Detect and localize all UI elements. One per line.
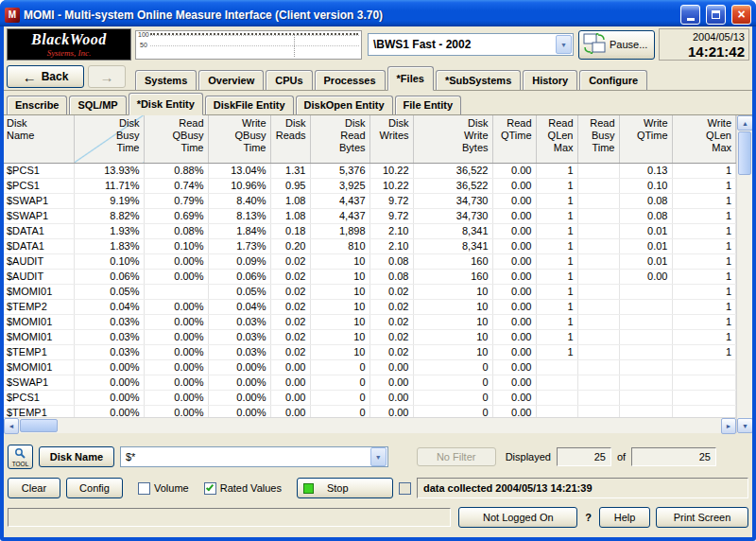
cell-read-qbusy-time — [144, 284, 208, 299]
column-header-disk-read-bytes[interactable]: DiskReadBytes — [310, 115, 369, 163]
table-row[interactable]: $MOMI010.03%0.00%0.03%0.02100.02100.0011 — [4, 314, 736, 329]
column-header-disk-name[interactable]: DiskName — [4, 115, 74, 163]
table-row[interactable]: $PCS111.71%0.74%10.96%0.953,92510.2236,5… — [4, 178, 736, 193]
pause-button[interactable]: Pause... — [578, 30, 655, 60]
column-header-disk-writes[interactable]: DiskWrites — [369, 115, 413, 163]
chevron-down-icon[interactable]: ▼ — [556, 35, 572, 54]
table-row[interactable]: $PCS10.00%0.00%0.00%0.0000.0000.00 — [4, 390, 736, 405]
cell-disk-busy-time: 0.10% — [74, 253, 144, 269]
cell-disk-writes: 10.22 — [369, 178, 413, 193]
subtab-diskfileentity[interactable]: DiskFile Entity — [205, 96, 294, 114]
subtab-sqlmp[interactable]: SQL/MP — [69, 96, 126, 114]
horizontal-scroll-track[interactable] — [59, 418, 721, 433]
back-button[interactable]: ← Back — [7, 65, 84, 88]
table-row[interactable]: $AUDIT0.10%0.00%0.09%0.02100.081600.0010… — [4, 253, 736, 269]
stop-button[interactable]: Stop — [297, 478, 393, 498]
title-bar: M MOMI - Multi-system Online Measure Int… — [0, 0, 756, 26]
table-row[interactable]: $MOMI010.03%0.00%0.03%0.02100.02100.0011 — [4, 329, 736, 344]
status-checkbox[interactable] — [399, 482, 411, 495]
cell-disk-write-bytes: 160 — [413, 269, 492, 284]
check-icon — [206, 483, 214, 492]
rated-values-checkbox[interactable] — [204, 482, 216, 495]
column-header-disk-write-bytes[interactable]: DiskWriteBytes — [413, 115, 492, 163]
cell-disk-read-bytes: 3,925 — [310, 178, 369, 193]
table-row[interactable]: $SWAP18.82%0.69%8.13%1.084,4379.7234,730… — [4, 208, 736, 223]
system-select[interactable]: \BWS1 Fast - 2002 ▼ — [368, 33, 574, 56]
cell-disk-writes: 0.02 — [369, 314, 413, 329]
table-viewport: DiskNameDiskBusyTimeReadQBusyTimeWriteQB… — [4, 115, 736, 417]
table-row[interactable]: $MOMI010.00%0.00%0.00%0.0000.0000.00 — [4, 359, 736, 375]
column-header-read-qtime[interactable]: ReadQTime — [492, 115, 536, 163]
table-row[interactable]: $TEMP10.00%0.00%0.00%0.0000.0000.00 — [4, 405, 736, 417]
tab-configure[interactable]: Configure — [579, 70, 647, 90]
table-row[interactable]: $DATA11.93%0.08%1.84%0.181,8982.108,3410… — [4, 223, 736, 238]
tab-systems[interactable]: Systems — [135, 70, 197, 90]
vertical-scroll-track[interactable] — [737, 176, 752, 418]
column-header-write-qlen-max[interactable]: WriteQLenMax — [672, 115, 736, 163]
table-row[interactable]: $SWAP10.00%0.00%0.00%0.0000.0000.00 — [4, 375, 736, 390]
table-row[interactable]: $TEMP20.04%0.00%0.04%0.02100.02100.0011 — [4, 299, 736, 314]
column-header-disk-busy-time[interactable]: DiskBusyTime — [74, 115, 144, 163]
blackwood-logo: BlackWood Systems, Inc. — [7, 28, 131, 61]
close-icon: × — [737, 8, 745, 21]
scroll-right-icon[interactable]: ► — [721, 418, 736, 434]
table-row[interactable]: $PCS113.93%0.88%13.04%1.315,37610.2236,5… — [4, 163, 736, 178]
forward-button[interactable]: → — [88, 65, 126, 88]
table-row[interactable]: $DATA11.83%0.10%1.73%0.208102.108,3410.0… — [4, 238, 736, 253]
cell-disk-write-bytes: 10 — [413, 314, 492, 329]
vertical-scrollbar[interactable]: ▲ ▼ — [736, 115, 752, 433]
cell-read-qlen-max — [536, 375, 577, 390]
column-header-read-busy-time[interactable]: ReadBusyTime — [577, 115, 619, 163]
tab-history[interactable]: History — [523, 70, 577, 90]
cell-disk-busy-time: 0.05% — [74, 284, 144, 299]
minimize-button[interactable] — [680, 5, 700, 25]
config-button[interactable]: Config — [66, 478, 123, 498]
horizontal-scrollbar[interactable]: ◄ ► — [4, 417, 736, 433]
column-header-write-qtime[interactable]: WriteQTime — [619, 115, 672, 163]
column-select-button[interactable]: Disk Name — [39, 446, 114, 467]
cell-disk-name: $SWAP1 — [4, 208, 74, 223]
help-button[interactable]: Help — [599, 507, 650, 528]
horizontal-scroll-thumb[interactable] — [20, 419, 58, 432]
subtab-diskopenentity[interactable]: DiskOpen Entity — [296, 96, 393, 114]
not-logged-on-button[interactable]: Not Logged On — [458, 507, 577, 528]
column-header-disk-reads[interactable]: DiskReads — [270, 115, 310, 163]
column-header-read-qlen-max[interactable]: ReadQLenMax — [536, 115, 577, 163]
subtab-fileentity[interactable]: File Entity — [395, 96, 462, 114]
volume-checkbox-label: Volume — [154, 482, 189, 494]
tab-subsystems[interactable]: *SubSystems — [436, 70, 521, 90]
tab-overview[interactable]: Overview — [198, 70, 264, 90]
vertical-scroll-thumb[interactable] — [738, 131, 751, 175]
close-button[interactable]: × — [731, 5, 751, 25]
chevron-down-icon[interactable]: ▼ — [370, 447, 387, 466]
scroll-down-icon[interactable]: ▼ — [737, 418, 752, 433]
table-row[interactable]: $TEMP10.03%0.00%0.03%0.02100.02100.0011 — [4, 344, 736, 359]
table-row[interactable]: $MOMI010.05%0.05%0.02100.02100.0011 — [4, 284, 736, 299]
clear-button[interactable]: Clear — [8, 478, 60, 498]
cell-disk-busy-time: 1.83% — [74, 238, 144, 253]
column-header-write-qbusy-time[interactable]: WriteQBusyTime — [208, 115, 270, 163]
table-row[interactable]: $SWAP19.19%0.79%8.40%1.084,4379.7234,730… — [4, 193, 736, 208]
table-row[interactable]: $AUDIT0.06%0.00%0.06%0.02100.081600.0010… — [4, 269, 736, 284]
cell-disk-busy-time: 0.04% — [74, 299, 144, 314]
print-screen-button[interactable]: Print Screen — [656, 507, 748, 528]
subtab-enscribe[interactable]: Enscribe — [7, 96, 67, 114]
client-area: BlackWood Systems, Inc. 100 50 \BWS1 Fas… — [4, 26, 752, 537]
no-filter-button[interactable]: No Filter — [417, 447, 496, 466]
cell-disk-write-bytes: 0 — [413, 359, 492, 375]
column-header-read-qbusy-time[interactable]: ReadQBusyTime — [144, 115, 208, 163]
cell-read-qtime: 0.00 — [492, 329, 536, 344]
cell-read-qlen-max: 1 — [536, 223, 577, 238]
scroll-left-icon[interactable]: ◄ — [4, 418, 19, 434]
tab-files[interactable]: *Files — [387, 66, 434, 91]
maximize-button[interactable] — [706, 5, 726, 25]
volume-checkbox[interactable] — [138, 482, 150, 495]
tab-processes[interactable]: Processes — [315, 70, 386, 90]
tab-cpus[interactable]: CPUs — [266, 70, 312, 90]
filter-combobox[interactable]: $* ▼ — [120, 446, 388, 467]
tool-button[interactable]: TOOL — [8, 445, 33, 469]
scroll-up-icon[interactable]: ▲ — [737, 115, 752, 131]
subtab-diskentity[interactable]: *Disk Entity — [129, 93, 203, 115]
cell-disk-writes: 9.72 — [369, 208, 413, 223]
cell-disk-busy-time: 9.19% — [74, 193, 144, 208]
